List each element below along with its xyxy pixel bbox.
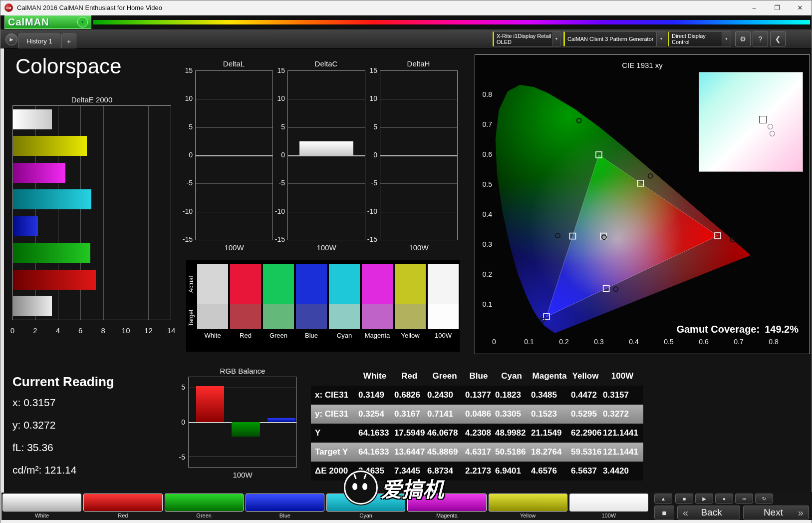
back-button-label: Back (701, 507, 722, 518)
maximize-button[interactable]: ❐ (766, 0, 789, 15)
table-cell: 6.9401 (494, 466, 530, 476)
swatch-column: Blue (296, 264, 327, 339)
continuous-loop-icon[interactable]: ∞ (735, 494, 753, 504)
pattern-swatch (246, 494, 324, 512)
table-cell: 0.6826 (393, 390, 426, 400)
table-cell: 0.7141 (426, 409, 464, 419)
swatch-panel: Actual Target WhiteRedGreenBlueCyanMagen… (186, 260, 460, 352)
x-tick-label: 0.1 (523, 338, 536, 346)
table-row-label: Target Y (311, 447, 357, 457)
stop-icon[interactable]: ■ (675, 494, 693, 504)
stop-measure-button[interactable]: ■ (654, 506, 674, 520)
close-button[interactable]: ✕ (789, 0, 812, 15)
table-cell: 0.3485 (530, 390, 569, 400)
collapse-panel-icon[interactable]: ❮ (770, 31, 786, 46)
meter-dropdown[interactable]: X-Rite i1Display Retail OLED ▼ (493, 31, 560, 46)
table-header-cell: Magenta (530, 371, 569, 381)
table-cell: 0.0486 (464, 409, 494, 419)
x-tick-label: 4 (56, 326, 60, 335)
chevron-down-icon[interactable]: ▼ (656, 32, 666, 46)
x-tick-label: 0 (488, 338, 501, 346)
next-button[interactable]: Next » (743, 506, 809, 520)
y-tick-label: 0.2 (478, 270, 492, 278)
delta-chart-deltah: DeltaH151050-5-10-15100W (362, 59, 460, 258)
actual-row-label: Actual (188, 264, 196, 304)
deltae-bars (13, 106, 171, 320)
y-tick-label: 15 (362, 66, 377, 74)
calman-logo-button[interactable]: CalMAN ▼ (4, 15, 91, 29)
play-icon[interactable]: ▶ (695, 494, 713, 504)
y-tick-label: -5 (171, 453, 185, 461)
table-row: y: CIE310.32540.31670.71410.04860.33050.… (311, 405, 643, 424)
chevron-down-icon[interactable]: ▼ (77, 17, 88, 27)
table-cell: 4.6576 (530, 466, 569, 476)
pattern-button-white[interactable]: White (2, 494, 81, 520)
layout-nav-button[interactable]: ▶ (5, 33, 17, 45)
pattern-generator-dropdown[interactable]: CalMAN Client 3 Pattern Generator ▼ (563, 31, 666, 46)
y-tick-label: 10 (178, 94, 193, 102)
chevron-down-icon[interactable]: ▼ (722, 32, 731, 46)
delta-bar (299, 141, 353, 155)
pattern-button-red[interactable]: Red (83, 494, 162, 520)
tab-history-1[interactable]: History 1 (18, 33, 60, 48)
y-tick-label: -15 (270, 235, 285, 243)
chart-x-label: 100W (195, 243, 273, 252)
gridline (380, 183, 457, 184)
record-icon[interactable]: ● (715, 494, 733, 504)
table-cell: 59.5316 (569, 447, 601, 457)
table-cell: 17.5949 (393, 428, 426, 438)
deltae-bar-red (13, 270, 96, 290)
chevron-down-icon[interactable]: ▼ (552, 32, 560, 46)
table-cell: 0.3254 (357, 409, 393, 419)
gridline (380, 99, 457, 99)
pattern-button-green[interactable]: Green (165, 494, 244, 520)
table-cell: 121.1441 (601, 428, 643, 438)
swatch-target-red (230, 304, 261, 329)
y-tick-label: 0.3 (478, 240, 492, 248)
table-cell: 21.1549 (530, 428, 569, 438)
swatch-column: Magenta (362, 264, 393, 339)
swatch-grid: WhiteRedGreenBlueCyanMagentaYellow100W (197, 264, 459, 339)
minimize-button[interactable]: – (743, 0, 766, 15)
pattern-button-100w[interactable]: 100W (569, 494, 648, 520)
swatch-target-yellow (395, 304, 426, 329)
scroll-up-icon[interactable]: ▲ (654, 494, 672, 504)
pattern-button-label: Yellow (489, 513, 567, 519)
refresh-icon[interactable]: ↻ (755, 494, 773, 504)
rainbow-gradient-bar (93, 20, 810, 24)
table-row-label: Y (311, 428, 357, 438)
pattern-swatch (489, 494, 567, 512)
y-tick-label: 0 (171, 418, 185, 426)
y-tick-label: 0 (178, 151, 193, 159)
pattern-button-label: Red (83, 513, 162, 519)
y-tick-label: 15 (270, 66, 285, 74)
gridline (380, 127, 457, 128)
back-button[interactable]: « Back (677, 506, 740, 520)
table-row-label: x: CIE31 (311, 390, 357, 400)
rgb-balance-chart: RGB Balance 50-5 100W (171, 367, 302, 488)
gear-icon[interactable]: ⚙ (735, 31, 751, 46)
swatch-label: Magenta (362, 332, 393, 339)
display-control-label: Direct Display Control (672, 33, 722, 45)
x-tick-label: 6 (78, 326, 82, 335)
table-cell: 0.1377 (464, 390, 494, 400)
help-icon[interactable]: ? (753, 31, 768, 46)
display-control-dropdown[interactable]: Direct Display Control ▼ (668, 31, 731, 46)
gridline (288, 155, 365, 156)
pattern-swatch (2, 494, 81, 512)
table-cell: 18.2764 (530, 447, 569, 457)
y-tick-label: 0 (270, 151, 285, 159)
back-chevrons-icon: « (683, 507, 688, 519)
y-tick-label: 5 (362, 123, 377, 131)
add-tab-button[interactable]: + (61, 33, 76, 48)
chart-x-label: 100W (287, 243, 365, 252)
watermark-antenna (353, 474, 356, 479)
table-header-cell: Green (426, 371, 464, 381)
pattern-button-blue[interactable]: Blue (246, 494, 324, 520)
plot-area (195, 70, 273, 240)
swatch-label: Yellow (395, 332, 426, 339)
pattern-button-yellow[interactable]: Yellow (489, 494, 567, 520)
watermark-antenna (363, 474, 366, 479)
swatch-actual-blue (296, 264, 327, 304)
gridline (380, 212, 457, 212)
